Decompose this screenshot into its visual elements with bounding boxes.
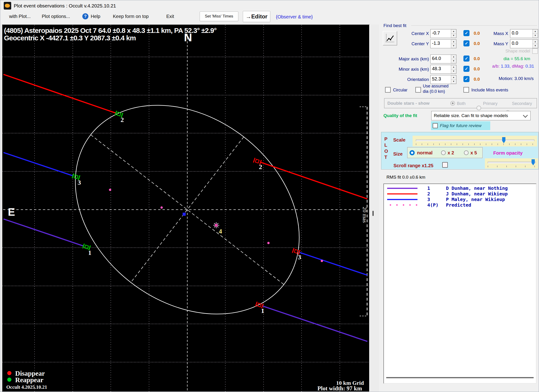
shape-model-checkbox[interactable] [532, 48, 538, 54]
major-axis-fit-checkbox[interactable]: ✓ [463, 56, 470, 62]
flag-review-label: Flag for future review [440, 123, 481, 128]
use-assumed-dia-checkbox[interactable] [415, 87, 421, 93]
minor-axis-spinner[interactable]: ▲▼ [451, 65, 456, 73]
menu-exit[interactable]: Exit [166, 14, 174, 19]
size-normal-label: normal [417, 150, 433, 156]
scale-bar-label: 20 mas [362, 207, 368, 223]
circular-checkbox[interactable] [385, 87, 391, 93]
mass-y-field[interactable]: 0.0 ▲▼ [510, 39, 538, 48]
plot-letter-t: T [384, 155, 387, 160]
center-x-value[interactable]: -0.7 [431, 29, 451, 38]
splitter-gutter [370, 24, 379, 392]
splitter-handle[interactable] [372, 211, 374, 216]
size-x5-radio[interactable] [464, 150, 469, 155]
minor-axis-fit-checkbox[interactable]: ✓ [463, 66, 470, 72]
spin-down-icon[interactable]: ▼ [533, 33, 538, 38]
spin-up-icon[interactable]: ▲ [533, 40, 538, 44]
scroll-range-label: Scroll range x1.25 [394, 163, 433, 168]
plot-canvas[interactable]: 20 mas [2, 24, 370, 392]
include-miss-label: Include Miss events [471, 88, 508, 93]
chevron-down-icon[interactable] [523, 113, 528, 118]
size-x2-radio[interactable] [441, 150, 446, 155]
center-x-spinner[interactable]: ▲▼ [451, 29, 456, 38]
spin-down-icon[interactable]: ▼ [451, 33, 456, 38]
scale-slider[interactable] [413, 136, 537, 146]
help-icon[interactable]: ? [82, 13, 88, 19]
list-scrollbar[interactable] [386, 377, 534, 378]
center-y-field[interactable]: -1.3 ▲▼ [430, 39, 457, 48]
include-miss-checkbox[interactable] [463, 87, 469, 93]
center-y-fit-checkbox[interactable]: ✓ [463, 40, 470, 46]
legend-swatch-4 [387, 204, 419, 206]
use-assumed-label-1: Use assumed [423, 84, 448, 89]
center-x-field[interactable]: -0.7 ▲▼ [430, 29, 457, 38]
flag-review-strip: Flag for future review [431, 121, 490, 130]
spin-down-icon[interactable]: ▼ [451, 59, 456, 63]
mass-y-value[interactable]: 0.0 [510, 40, 533, 48]
menu-with-plot[interactable]: with Plot... [9, 14, 31, 19]
double-stars-primary-label: Primary [483, 101, 497, 106]
spin-up-icon[interactable]: ▲ [451, 40, 456, 44]
mass-y-spinner[interactable]: ▲▼ [533, 40, 538, 48]
size-normal-radio[interactable] [409, 150, 415, 155]
motion-readout: Motion: 3.00 km/s [493, 76, 539, 81]
mass-x-value[interactable]: 0.0 [510, 29, 533, 38]
form-opacity-track[interactable] [488, 162, 536, 163]
spin-up-icon[interactable]: ▲ [451, 65, 456, 69]
orientation-spinner[interactable]: ▲▼ [451, 75, 456, 84]
find-best-fit-title: Find best fit [383, 23, 406, 28]
center-y-value[interactable]: -1.3 [431, 40, 451, 48]
form-opacity-thumb[interactable] [532, 159, 535, 165]
editor-button[interactable]: →Editor [243, 11, 270, 22]
spin-up-icon[interactable]: ▲ [451, 55, 456, 59]
mass-x-spinner[interactable]: ▲▼ [533, 29, 538, 38]
shape-model-label: Shape model [499, 49, 530, 54]
spin-up-icon[interactable]: ▲ [533, 29, 538, 33]
scale-slider-thumb[interactable] [502, 137, 505, 143]
spin-down-icon[interactable]: ▼ [451, 44, 456, 48]
scroll-range-checkbox[interactable] [442, 162, 448, 168]
minor-axis-field[interactable]: 48.3 ▲▼ [430, 65, 457, 74]
size-x2-label: x 2 [448, 150, 454, 156]
spin-down-icon[interactable]: ▼ [533, 44, 538, 48]
mass-x-field[interactable]: 0.0 ▲▼ [510, 29, 538, 38]
major-axis-field[interactable]: 64.0 ▲▼ [430, 55, 457, 63]
menu-help[interactable]: Help [91, 14, 100, 19]
plot-width-label: Plot width: 97 km [318, 385, 362, 392]
flag-review-checkbox[interactable] [433, 123, 438, 128]
spin-down-icon[interactable]: ▼ [451, 80, 456, 84]
legend-num-2: 2 [427, 191, 446, 196]
double-stars-both-label: Both [457, 101, 466, 106]
compass-east-label: E [8, 206, 15, 218]
double-stars-label: Double stars - show [387, 101, 430, 106]
scale-slider-track[interactable] [416, 139, 534, 141]
marker-label-r2: 2 [120, 116, 124, 123]
dia-readout: dia = 55.6 km [495, 56, 539, 61]
quality-select[interactable]: Reliable size. Can fit to shape models [431, 111, 531, 120]
orientation-value[interactable]: 52.3 [431, 75, 451, 84]
scale-label: Scale [393, 137, 405, 143]
legend-name-2: J Dunham, near Wikieup [446, 191, 508, 196]
menu-keep-on-top[interactable]: Keep form on top [113, 14, 149, 19]
major-axis-spinner[interactable]: ▲▼ [451, 55, 456, 63]
center-y-spinner[interactable]: ▲▼ [451, 40, 456, 48]
spin-up-icon[interactable]: ▲ [451, 75, 456, 80]
menu-plot-options[interactable]: Plot options... [42, 14, 70, 19]
legend-num-4: 4(P) [427, 202, 446, 208]
observations-list[interactable]: 1 D Dunham, near Nothing 2 J Dunham, nea… [383, 183, 536, 384]
set-miss-times-button[interactable]: Set 'Miss' Times [200, 11, 238, 21]
orientation-field[interactable]: 52.3 ▲▼ [430, 75, 457, 84]
spin-up-icon[interactable]: ▲ [451, 29, 456, 33]
double-stars-primary-radio[interactable] [476, 106, 481, 110]
observer-time-button[interactable]: {Observer & time} [276, 14, 313, 19]
double-stars-both-radio[interactable] [450, 101, 455, 106]
major-axis-value[interactable]: 64.0 [431, 55, 451, 63]
plot-background [3, 25, 369, 392]
minor-axis-value[interactable]: 48.3 [431, 65, 451, 73]
legend-name-1: D Dunham, near Nothing [446, 185, 508, 191]
orientation-fit-checkbox[interactable]: ✓ [463, 76, 470, 82]
form-opacity-slider[interactable] [485, 158, 538, 169]
spin-down-icon[interactable]: ▼ [451, 69, 456, 73]
predicted-center-marker [183, 213, 186, 216]
center-x-fit-checkbox[interactable]: ✓ [463, 30, 470, 36]
